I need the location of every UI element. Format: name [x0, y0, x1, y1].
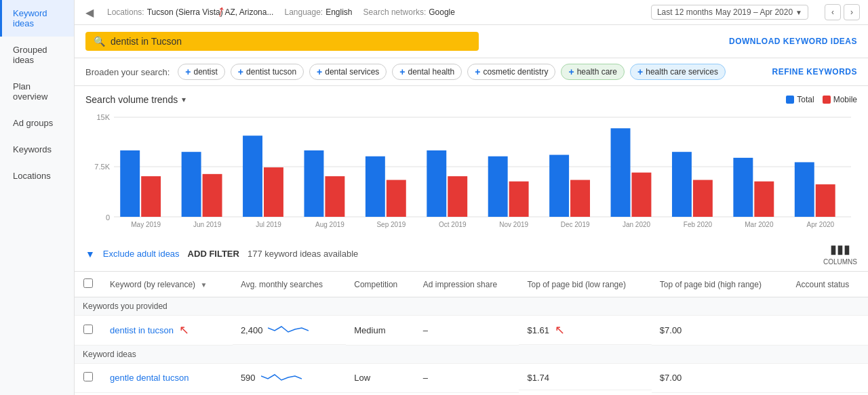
- broaden-chip-dentist-tucson[interactable]: + dentist tucson: [231, 64, 304, 80]
- keyword-cell[interactable]: gentle dental tucson: [110, 373, 224, 383]
- header-avg-monthly: Avg. monthly searches: [233, 272, 346, 297]
- search-input[interactable]: [111, 36, 471, 47]
- download-keyword-ideas-button[interactable]: DOWNLOAD KEYWORD IDEAS: [729, 37, 857, 46]
- locations-value: Tucson (Sierra Vista) AZ, Arizona...: [147, 7, 274, 17]
- account-status-cell: [788, 363, 868, 393]
- trends-title: Search volume trends: [85, 94, 178, 105]
- search-networks-label: Search networks:: [363, 7, 427, 17]
- plus-icon: +: [568, 66, 574, 77]
- table-row: gentle dental tucson590Low–$1.74$7.00: [75, 363, 868, 393]
- header-ad-impression: Ad impression share: [415, 272, 519, 297]
- broaden-chip-cosmetic-dentistry[interactable]: + cosmetic dentistry: [467, 64, 555, 80]
- keyword-cell[interactable]: dentist in tucson↖: [110, 323, 224, 337]
- sidebar: Keyword ideas Grouped ideas Plan overvie…: [0, 0, 75, 395]
- locations-label: Locations:: [107, 7, 144, 17]
- svg-text:7.5K: 7.5K: [94, 163, 110, 171]
- svg-text:Oct 2019: Oct 2019: [439, 221, 467, 228]
- sidebar-item-locations[interactable]: Locations: [0, 163, 74, 189]
- chart-container: 15K 7.5K 0 May 2019Jun 2019Jul 2019Aug 2…: [85, 110, 857, 236]
- header-competition: Competition: [346, 272, 414, 297]
- sidebar-item-plan-overview[interactable]: Plan overview: [0, 73, 74, 110]
- add-filter-button[interactable]: ADD FILTER: [188, 249, 239, 259]
- broaden-chip-health-care[interactable]: + health care: [561, 64, 625, 80]
- table-section-keywords-provided: Keywords you provided: [75, 297, 868, 316]
- ad-impression-cell: –: [415, 363, 519, 393]
- svg-text:Sep 2019: Sep 2019: [376, 221, 406, 228]
- columns-button[interactable]: ▮▮▮ COLUMNS: [823, 242, 857, 266]
- collapse-sidebar-button[interactable]: ◀: [83, 5, 96, 19]
- header-bid-low: Top of page bid (low range): [519, 272, 651, 297]
- competition-cell: Low: [346, 363, 414, 393]
- plus-icon: +: [637, 66, 643, 77]
- trends-dropdown-icon[interactable]: ▾: [182, 95, 186, 104]
- sidebar-item-keywords[interactable]: Keywords: [0, 136, 74, 163]
- svg-text:Jun 2019: Jun 2019: [193, 221, 222, 228]
- competition-cell: Medium: [346, 316, 414, 346]
- header-account-status: Account status: [788, 272, 868, 297]
- refine-keywords-button[interactable]: REFINE KEYWORDS: [772, 67, 857, 77]
- ad-impression-cell: –: [415, 316, 519, 346]
- search-icon: 🔍: [94, 36, 105, 47]
- sidebar-item-grouped-ideas[interactable]: Grouped ideas: [0, 37, 74, 73]
- broaden-bar: Broaden your search: + dentist + dentist…: [75, 58, 868, 86]
- bid-high-cell: $7.00: [652, 363, 788, 393]
- svg-rect-34: [693, 180, 713, 217]
- svg-text:0: 0: [106, 213, 110, 222]
- broaden-chip-dental-health[interactable]: + dental health: [392, 64, 462, 80]
- last-label: Last 12 months: [657, 7, 713, 17]
- bid-low-cell: $1.61↖: [519, 316, 651, 345]
- search-area: 🔍 DOWNLOAD KEYWORD IDEAS: [75, 25, 868, 58]
- svg-rect-33: [672, 152, 692, 217]
- select-all-checkbox[interactable]: [83, 278, 93, 288]
- exclude-adult-ideas-link[interactable]: Exclude adult ideas: [103, 249, 180, 259]
- svg-rect-7: [141, 176, 161, 217]
- svg-rect-36: [733, 158, 753, 217]
- svg-rect-19: [387, 180, 406, 217]
- legend-total: Total: [786, 95, 814, 104]
- sort-icon[interactable]: ▼: [200, 281, 207, 289]
- language-value: English: [326, 7, 352, 17]
- svg-text:Aug 2019: Aug 2019: [315, 221, 344, 228]
- broaden-label: Broaden your search:: [85, 67, 170, 77]
- broaden-chip-dentist[interactable]: + dentist: [178, 64, 225, 80]
- svg-rect-10: [203, 174, 222, 217]
- sidebar-item-ad-groups[interactable]: Ad groups: [0, 110, 74, 136]
- sparkline: [261, 371, 302, 386]
- svg-rect-31: [632, 173, 652, 217]
- sparkline: [268, 323, 309, 337]
- search-box: 🔍: [85, 32, 479, 51]
- svg-rect-28: [570, 180, 590, 217]
- red-arrow-bid-indicator: ↖: [555, 323, 565, 337]
- columns-label: COLUMNS: [823, 258, 857, 266]
- svg-rect-40: [816, 184, 835, 217]
- red-arrow-indicator: ↖: [179, 323, 189, 337]
- svg-text:Nov 2019: Nov 2019: [499, 221, 528, 228]
- prev-arrow[interactable]: ‹: [825, 4, 841, 20]
- next-arrow[interactable]: ›: [844, 4, 860, 20]
- avg-monthly-cell: 2,400: [233, 316, 346, 345]
- plus-icon: +: [185, 66, 191, 77]
- svg-rect-6: [120, 150, 140, 217]
- row-checkbox[interactable]: [83, 372, 93, 381]
- svg-text:Feb 2020: Feb 2020: [684, 221, 713, 228]
- svg-text:Jul 2019: Jul 2019: [256, 221, 281, 228]
- header-keyword: Keyword (by relevance) ▼: [102, 272, 233, 297]
- svg-rect-25: [509, 182, 529, 217]
- bid-low-cell: $1.74: [519, 366, 651, 390]
- content-area: Search volume trends ▾ Total Mobile: [75, 86, 868, 395]
- broaden-chip-dental-services[interactable]: + dental services: [309, 64, 387, 80]
- header-checkbox: [75, 272, 102, 297]
- svg-rect-9: [182, 152, 201, 217]
- date-range-value: May 2019 – Apr 2020: [715, 7, 793, 17]
- svg-text:May 2019: May 2019: [131, 221, 161, 228]
- filter-bar: ▼ Exclude adult ideas ADD FILTER 177 key…: [75, 236, 868, 272]
- svg-rect-30: [611, 128, 631, 217]
- broaden-chip-health-care-services[interactable]: + health care services: [630, 64, 726, 80]
- svg-rect-12: [243, 136, 262, 217]
- sidebar-item-keyword-ideas[interactable]: Keyword ideas: [0, 0, 74, 37]
- legend-mobile: Mobile: [823, 95, 857, 104]
- row-checkbox[interactable]: [83, 325, 93, 334]
- svg-rect-39: [795, 162, 814, 217]
- bar-chart: 15K 7.5K 0 May 2019Jun 2019Jul 2019Aug 2…: [85, 110, 857, 229]
- date-range-selector[interactable]: Last 12 months May 2019 – Apr 2020 ▼: [651, 5, 808, 20]
